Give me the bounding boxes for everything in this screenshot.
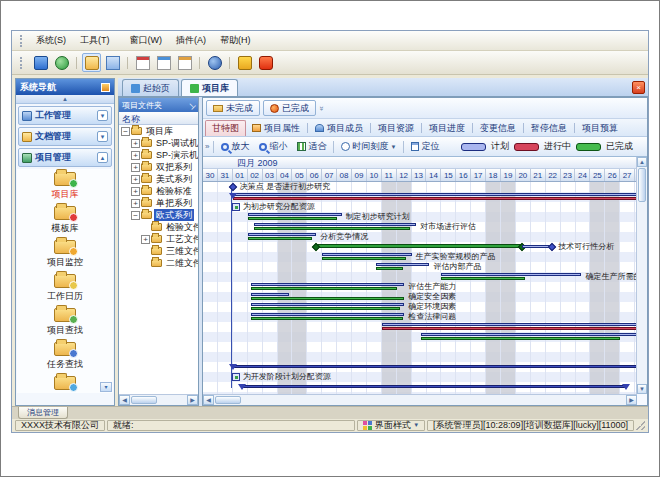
sidebar-item-5[interactable]: 任务查找	[17, 339, 113, 373]
scrollbar-thumb[interactable]	[215, 396, 241, 404]
sidebar-item-3[interactable]: 工作日历	[17, 271, 113, 305]
tree-item-3[interactable]: +双把系列	[119, 161, 198, 173]
gantt-tab-1[interactable]: 项目属性	[246, 120, 306, 136]
task-done-bar[interactable]	[251, 287, 397, 290]
tree-item-7[interactable]: −欧式系列	[119, 209, 198, 221]
scrollbar-thumb[interactable]	[131, 396, 157, 404]
gantt-tab-3[interactable]: 项目资源	[372, 120, 420, 136]
sidebar-item-0[interactable]: 项目库	[17, 169, 113, 203]
sidebar-section-2[interactable]: 项目管理▴	[18, 148, 112, 167]
locate-button[interactable]: 定位	[408, 139, 442, 154]
expand-icon[interactable]: +	[131, 139, 140, 148]
sidebar-item-6[interactable]: 项目文档查找	[17, 373, 113, 393]
scroll-left-icon[interactable]	[203, 395, 214, 405]
task-plan-bar[interactable]	[254, 223, 416, 226]
lock-button[interactable]	[235, 53, 254, 72]
zoom-out-button[interactable]: 缩小	[256, 139, 290, 154]
summary-done-bar[interactable]	[316, 244, 522, 248]
summary-bar[interactable]	[233, 365, 637, 368]
menu-item-3[interactable]: 插件(A)	[169, 33, 213, 47]
task-plan-bar[interactable]	[251, 303, 404, 306]
task-plan-bar[interactable]	[251, 313, 404, 316]
chart-button[interactable]	[154, 53, 173, 72]
scroll-right-icon[interactable]	[187, 395, 198, 405]
gantt-tab-6[interactable]: 暂停信息	[525, 120, 573, 136]
collapse-icon[interactable]: −	[121, 127, 130, 136]
doc-tab-1[interactable]: 项目库	[181, 79, 238, 96]
filter-button-0[interactable]: 未完成	[206, 100, 260, 116]
task-done-bar[interactable]	[421, 337, 621, 340]
chevron-up-icon[interactable]: ▴	[97, 152, 108, 163]
gantt-tab-2[interactable]: 项目成员	[309, 120, 369, 136]
tree-item-11[interactable]: 二维文件	[119, 257, 198, 269]
menu-item-2[interactable]: 窗口(W)	[123, 33, 170, 47]
sidebar-item-4[interactable]: 项目查找	[17, 305, 113, 339]
task-done-bar[interactable]	[251, 297, 404, 300]
expand-icon[interactable]: +	[141, 235, 150, 244]
tree-item-1[interactable]: +SP-调试机系	[119, 137, 198, 149]
calendar-red-button[interactable]	[133, 53, 152, 72]
tree-item-6[interactable]: +单把系列	[119, 197, 198, 209]
sidebar-section-1[interactable]: 文档管理▾	[18, 127, 112, 146]
globe-button[interactable]	[52, 53, 71, 72]
zoom-in-button[interactable]: 放大	[218, 139, 252, 154]
expand-icon[interactable]: +	[131, 163, 140, 172]
task-plan-bar[interactable]	[248, 233, 317, 236]
scrollbar-thumb[interactable]	[638, 168, 646, 202]
summary-bar[interactable]	[242, 385, 626, 388]
scroll-left-icon[interactable]	[119, 395, 130, 405]
chevron-down-icon[interactable]: ▾	[97, 131, 108, 142]
scroll-up-icon[interactable]	[637, 157, 647, 167]
task-done-bar[interactable]	[248, 237, 312, 240]
task-plan-bar[interactable]	[421, 333, 637, 336]
ui-style-dropdown[interactable]: 界面样式	[357, 420, 425, 431]
scroll-right-icon[interactable]	[626, 395, 637, 405]
sidebar-item-1[interactable]: 模板库	[17, 203, 113, 237]
tree-item-2[interactable]: +SP-演示机系	[119, 149, 198, 161]
doc-tab-0[interactable]: 起始页	[122, 79, 179, 96]
fit-button[interactable]: 适合	[294, 139, 329, 154]
tree-item-8[interactable]: 检验文件	[119, 221, 198, 233]
task-plan-bar[interactable]	[441, 273, 581, 276]
menu-item-0[interactable]: 系统(S)	[29, 33, 73, 47]
help-button[interactable]	[205, 53, 224, 72]
chevron-down-icon[interactable]: ▾	[97, 110, 108, 121]
filter-button-1[interactable]: 已完成	[263, 100, 316, 116]
monitor-button[interactable]	[31, 53, 50, 72]
project-progress-bar[interactable]	[233, 197, 637, 200]
pushpin-icon[interactable]	[188, 101, 195, 110]
project-plan-bar[interactable]	[382, 323, 637, 326]
gantt-horizontal-scrollbar[interactable]	[203, 394, 637, 405]
scroll-down-icon[interactable]	[637, 384, 647, 394]
expand-icon[interactable]: +	[131, 199, 140, 208]
resize-grip[interactable]	[636, 421, 645, 430]
gantt-vertical-scrollbar[interactable]	[636, 157, 647, 394]
sidebar-options-icon[interactable]	[101, 83, 110, 92]
expand-icon[interactable]: +	[131, 175, 140, 184]
tree-item-5[interactable]: +检验标准	[119, 185, 198, 197]
calendar-button[interactable]	[175, 53, 194, 72]
tree-item-4[interactable]: +美式系列	[119, 173, 198, 185]
sidebar-item-2[interactable]: 项目监控	[17, 237, 113, 271]
tree-item-0[interactable]: −项目库	[119, 125, 198, 137]
menu-item-1[interactable]: 工具(T)	[73, 33, 117, 47]
folder-open-button[interactable]	[82, 53, 101, 72]
task-done-bar[interactable]	[376, 267, 403, 270]
expand-icon[interactable]: +	[131, 151, 140, 160]
task-done-bar[interactable]	[322, 257, 405, 260]
task-plan-bar[interactable]	[322, 253, 411, 256]
task-done-bar[interactable]	[251, 307, 400, 310]
more-filters-icon[interactable]	[317, 106, 326, 110]
gantt-tab-4[interactable]: 项目进度	[423, 120, 471, 136]
window-layout-button[interactable]	[103, 53, 122, 72]
menu-item-4[interactable]: 帮助(H)	[213, 33, 258, 47]
task-done-bar[interactable]	[251, 317, 403, 320]
task-done-bar[interactable]	[254, 227, 410, 230]
milestone-diamond[interactable]	[548, 243, 556, 251]
tree-item-9[interactable]: +工艺文件	[119, 233, 198, 245]
task-plan-bar[interactable]	[248, 213, 342, 216]
task-plan-bar[interactable]	[376, 263, 430, 266]
gantt-tab-7[interactable]: 项目预算	[576, 120, 624, 136]
project-plan-bar[interactable]	[233, 193, 637, 196]
assignment-marker[interactable]	[232, 203, 240, 211]
